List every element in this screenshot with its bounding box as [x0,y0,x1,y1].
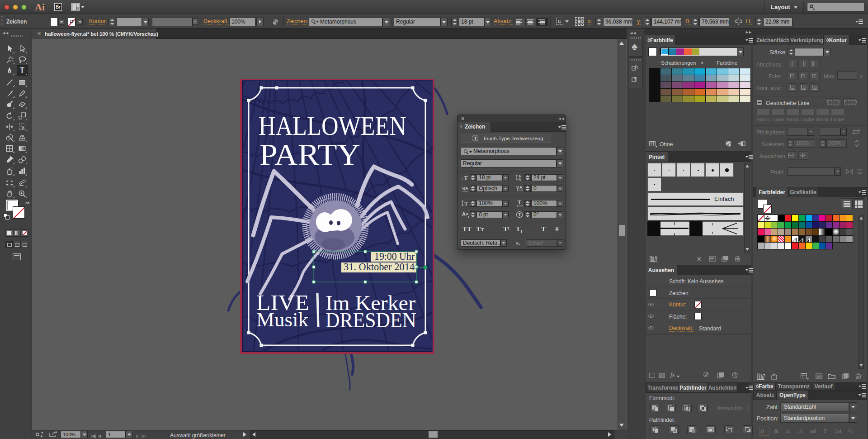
svg-text:A: A [634,63,638,70]
svg-text:Musik: Musik [256,309,308,331]
svg-text:T: T [518,200,521,205]
svg-text:DRESDEN: DRESDEN [326,308,416,332]
svg-text:19:00 Uhr: 19:00 Uhr [374,251,415,262]
svg-text:A: A [465,186,468,191]
svg-text:31. Oktober 2014: 31. Oktober 2014 [344,261,415,272]
svg-text:HALLOWEEN: HALLOWEEN [259,111,406,141]
svg-text:T: T [464,200,468,207]
svg-text:A: A [519,177,521,181]
svg-text:V: V [516,185,519,190]
svg-text:A: A [462,211,466,217]
svg-text:PARTY: PARTY [259,137,360,172]
svg-text:T: T [464,174,468,181]
svg-text:T: T [474,136,477,141]
svg-text:t: t [462,176,463,181]
svg-text:A: A [519,185,523,190]
svg-text:T: T [518,212,521,217]
svg-text:¶: ¶ [634,75,637,82]
svg-text:a: a [466,212,468,216]
